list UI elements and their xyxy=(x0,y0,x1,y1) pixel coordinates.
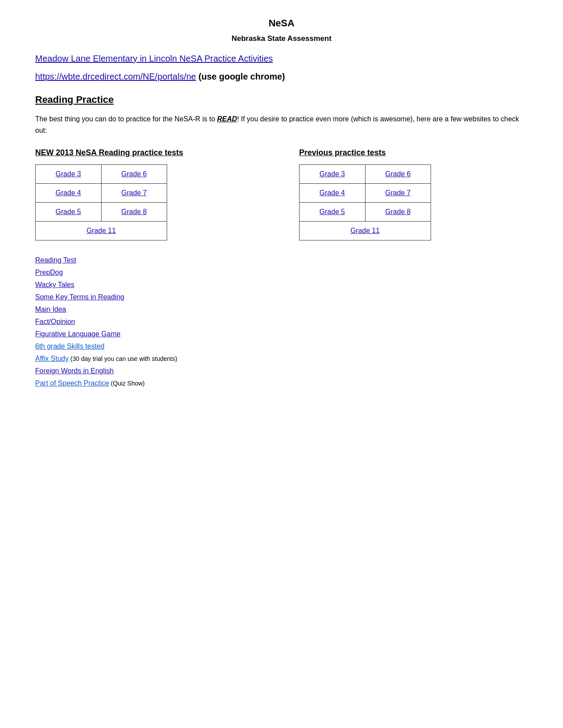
url-link[interactable]: https://wbte.drcedirect.com/NE/portals/n… xyxy=(35,72,196,81)
part-of-speech-link[interactable]: Part of Speech Practice xyxy=(35,379,109,387)
list-item-wacky-tales: Wacky Tales xyxy=(35,281,528,289)
list-item-affix: Affix Study (30 day trial you can use wi… xyxy=(35,355,528,363)
list-item-reading-test: Reading Test xyxy=(35,256,528,264)
grade11-new-link[interactable]: Grade 11 xyxy=(87,227,116,234)
grade6-prev-link[interactable]: Grade 6 xyxy=(385,170,411,178)
previous-tests-table: Grade 3 Grade 6 Grade 4 Grade 7 Grade 5 … xyxy=(299,164,431,240)
grade4-new-link[interactable]: Grade 4 xyxy=(55,189,81,197)
reading-heading: Reading Practice xyxy=(35,94,528,106)
key-terms-link[interactable]: Some Key Terms in Reading xyxy=(35,293,124,301)
affix-note: (30 day trial you can use with students) xyxy=(69,355,177,362)
list-item-prepdog: PrepDog xyxy=(35,269,528,277)
fact-opinion-link[interactable]: Fact/Opinion xyxy=(35,318,75,325)
new-tests-title: NEW 2013 NeSA Reading practice tests xyxy=(35,148,264,157)
list-item-fact-opinion: Fact/Opinion xyxy=(35,318,528,326)
figurative-language-link[interactable]: Figurative Language Game xyxy=(35,330,121,338)
table-row: Grade 11 xyxy=(36,222,167,240)
grade8-new-link[interactable]: Grade 8 xyxy=(121,208,147,215)
foreign-words-link[interactable]: Foreign Words in English xyxy=(35,367,113,375)
grade5-new-link[interactable]: Grade 5 xyxy=(55,208,81,215)
new-tests-table: Grade 3 Grade 6 Grade 4 Grade 7 Grade 5 … xyxy=(35,164,167,240)
page-title: NeSA xyxy=(35,18,528,29)
previous-tests-section: Previous practice tests Grade 3 Grade 6 … xyxy=(299,148,528,240)
grade7-new-link[interactable]: Grade 7 xyxy=(121,189,147,197)
resource-links-list: Reading Test PrepDog Wacky Tales Some Ke… xyxy=(35,256,528,387)
grade7-prev-link[interactable]: Grade 7 xyxy=(385,189,411,197)
grade11-prev-link[interactable]: Grade 11 xyxy=(351,227,380,234)
grade3-new-link[interactable]: Grade 3 xyxy=(55,170,81,178)
previous-tests-title: Previous practice tests xyxy=(299,148,528,157)
main-link[interactable]: Meadow Lane Elementary in Lincoln NeSA P… xyxy=(35,54,528,64)
tables-container: NEW 2013 NeSA Reading practice tests Gra… xyxy=(35,148,528,240)
6th-grade-link[interactable]: 6th grade Skills tested xyxy=(35,342,104,350)
page-subtitle: Nebraska State Assessment xyxy=(35,34,528,43)
grade5-prev-link[interactable]: Grade 5 xyxy=(319,208,345,215)
wacky-tales-link[interactable]: Wacky Tales xyxy=(35,281,74,288)
grade4-prev-link[interactable]: Grade 4 xyxy=(319,189,345,197)
part-of-speech-note: (Quiz Show) xyxy=(109,380,145,387)
prepdog-link[interactable]: PrepDog xyxy=(35,269,63,276)
list-item-6th-grade: 6th grade Skills tested xyxy=(35,342,528,350)
intro-paragraph: The best thing you can do to practice fo… xyxy=(35,113,528,136)
url-line: https://wbte.drcedirect.com/NE/portals/n… xyxy=(35,72,528,82)
url-suffix: (use google chrome) xyxy=(196,72,285,81)
affix-study-link[interactable]: Affix Study xyxy=(35,355,69,362)
list-item-key-terms: Some Key Terms in Reading xyxy=(35,293,528,301)
main-idea-link[interactable]: Main Idea xyxy=(35,306,66,313)
reading-test-link[interactable]: Reading Test xyxy=(35,256,76,264)
table-row: Grade 4 Grade 7 xyxy=(300,184,431,203)
list-item-part-of-speech: Part of Speech Practice (Quiz Show) xyxy=(35,379,528,387)
grade6-new-link[interactable]: Grade 6 xyxy=(121,170,147,178)
list-item-foreign-words: Foreign Words in English xyxy=(35,367,528,375)
table-row: Grade 4 Grade 7 xyxy=(36,184,167,203)
list-item-main-idea: Main Idea xyxy=(35,306,528,313)
table-row: Grade 5 Grade 8 xyxy=(300,203,431,222)
grade8-prev-link[interactable]: Grade 8 xyxy=(385,208,411,215)
table-row: Grade 5 Grade 8 xyxy=(36,203,167,222)
table-row: Grade 3 Grade 6 xyxy=(36,165,167,184)
table-row: Grade 3 Grade 6 xyxy=(300,165,431,184)
grade3-prev-link[interactable]: Grade 3 xyxy=(319,170,345,178)
table-row: Grade 11 xyxy=(300,222,431,240)
new-tests-section: NEW 2013 NeSA Reading practice tests Gra… xyxy=(35,148,264,240)
list-item-figurative-language: Figurative Language Game xyxy=(35,330,528,338)
